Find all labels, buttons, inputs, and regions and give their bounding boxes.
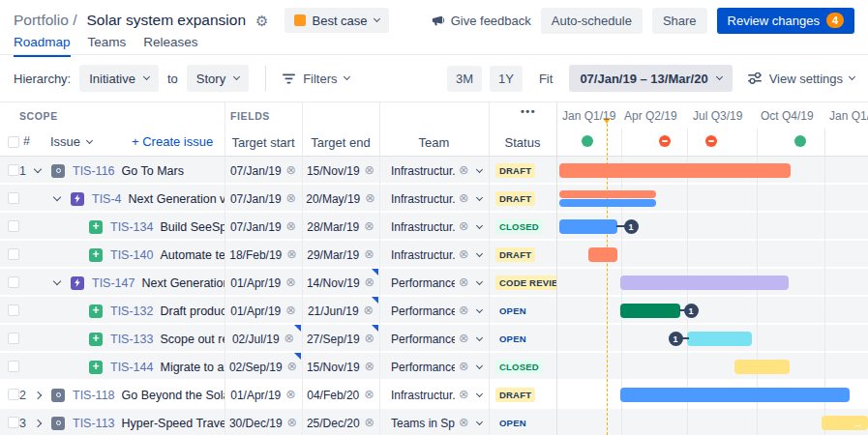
clear-icon[interactable]: ⊗ [459, 164, 468, 177]
hierarchy-from-dropdown[interactable]: Initiative [79, 65, 159, 92]
team-cell[interactable]: Infrastructur...⊗ [379, 241, 489, 269]
status-cell[interactable]: OPEN [489, 297, 556, 325]
more-icon[interactable]: ••• [521, 105, 536, 117]
target-start-cell[interactable]: 18/Feb/19⊗ [224, 241, 302, 269]
gantt-bar[interactable] [559, 219, 617, 234]
issue-scope-cell[interactable]: TIS-147Next Generation versi [0, 269, 224, 297]
team-cell[interactable]: Infrastructur...⊗ [379, 157, 489, 185]
issue-scope-cell[interactable]: 1TIS-116Go To Mars [0, 157, 224, 185]
issue-key[interactable]: TIS-134 [110, 220, 153, 234]
target-start-cell[interactable]: 07/Jan/19⊗ [224, 185, 302, 213]
target-start-cell[interactable]: 01/Apr/19⊗ [224, 381, 302, 409]
issue-scope-cell[interactable]: 2TIS-118Go Beyond the Solar Syst [0, 381, 224, 409]
clear-icon[interactable]: ⊗ [459, 304, 468, 317]
gantt-bar[interactable] [687, 332, 752, 346]
issue-key[interactable]: TIS-4 [92, 192, 122, 206]
clear-icon[interactable]: ⊗ [286, 164, 296, 177]
team-cell[interactable]: Performance...⊗ [379, 325, 489, 353]
row-checkbox[interactable] [8, 276, 19, 288]
target-start-cell[interactable]: 02/Sep/19⊗ [224, 353, 302, 381]
target-start-cell[interactable]: 30/Dec/19⊗ [224, 409, 302, 435]
clear-icon[interactable]: ⊗ [364, 220, 374, 233]
clear-icon[interactable]: ⊗ [459, 248, 468, 261]
issue-scope-cell[interactable]: +TIS-134Build SeeSpa... [0, 213, 224, 241]
gantt-bar[interactable] [559, 199, 656, 207]
clear-icon[interactable]: ⊗ [286, 220, 296, 233]
warning-count-badge[interactable]: 1 [684, 304, 699, 318]
column-header-team[interactable]: Team [379, 132, 489, 152]
target-start-cell[interactable]: 07/Jan/19⊗ [224, 213, 302, 241]
view-settings-dropdown[interactable]: View settings [748, 72, 854, 86]
team-cell[interactable]: Infrastructur...⊗ [379, 185, 489, 213]
select-all-checkbox[interactable] [8, 136, 19, 148]
target-start-cell[interactable]: 01/Apr/19⊗ [224, 269, 302, 297]
give-feedback-button[interactable]: Give feedback [431, 14, 531, 28]
target-end-cell[interactable]: 25/Dec/20⊗ [302, 409, 379, 435]
warning-count-badge[interactable]: 1 [669, 332, 683, 346]
issue-key[interactable]: TIS-140 [110, 248, 153, 262]
status-cell[interactable]: DRAFT [489, 381, 556, 409]
issue-key[interactable]: TIS-132 [110, 304, 153, 318]
target-end-cell[interactable]: 21/Jun/19⊗ [302, 297, 379, 325]
team-cell[interactable]: Infrastructur...⊗ [379, 381, 489, 409]
gantt-bar[interactable] [620, 388, 850, 402]
status-cell[interactable]: DRAFT [489, 185, 556, 213]
clear-icon[interactable]: ⊗ [364, 304, 374, 317]
row-checkbox[interactable] [8, 389, 19, 400]
clear-icon[interactable]: ⊗ [287, 417, 297, 429]
issue-key[interactable]: TIS-116 [73, 164, 115, 178]
target-end-cell[interactable]: 28/Mar/19⊗ [302, 213, 379, 241]
gantt-bar[interactable] [559, 163, 791, 178]
column-header-target-start[interactable]: Target start [224, 132, 302, 152]
issue-key[interactable]: TIS-113 [73, 417, 115, 430]
warning-count-badge[interactable]: 1 [624, 219, 639, 234]
team-cell[interactable]: Performance...⊗ [379, 297, 489, 325]
team-cell[interactable]: Teams in Sp...⊗ [379, 409, 489, 435]
expand-toggle[interactable] [35, 392, 51, 398]
target-end-cell[interactable]: 14/Nov/19⊗ [302, 269, 379, 297]
clear-icon[interactable]: ⊗ [459, 276, 468, 289]
target-end-cell[interactable]: 27/Sep/19⊗ [302, 325, 379, 353]
gantt-bar[interactable]: → [822, 416, 868, 430]
clear-icon[interactable]: ⊗ [285, 276, 295, 289]
issue-key[interactable]: TIS-118 [73, 389, 115, 402]
row-checkbox[interactable] [8, 361, 19, 372]
clear-icon[interactable]: ⊗ [285, 389, 295, 401]
expand-toggle[interactable] [35, 169, 51, 172]
status-cell[interactable]: DRAFT [489, 241, 556, 269]
team-cell[interactable]: Performance...⊗ [379, 353, 489, 381]
target-start-cell[interactable]: 01/Apr/19⊗ [224, 297, 302, 325]
status-cell[interactable]: OPEN [489, 325, 556, 353]
team-cell[interactable]: Performance...⊗ [379, 269, 489, 297]
zoom-3m-button[interactable]: 3M [447, 66, 482, 92]
status-cell[interactable]: CLOSED [489, 353, 556, 381]
clear-icon[interactable]: ⊗ [365, 164, 374, 177]
review-changes-button[interactable]: Review changes 4 [717, 8, 854, 34]
team-cell[interactable]: Infrastructur...⊗ [379, 213, 489, 241]
clear-icon[interactable]: ⊗ [459, 192, 468, 205]
column-header-target-end[interactable]: Target end [302, 132, 379, 152]
clear-icon[interactable]: ⊗ [365, 333, 374, 345]
row-checkbox[interactable] [8, 220, 19, 232]
target-end-cell[interactable]: 29/Mar/19⊗ [302, 241, 379, 269]
clear-icon[interactable]: ⊗ [284, 333, 294, 345]
clear-icon[interactable]: ⊗ [365, 417, 374, 429]
clear-icon[interactable]: ⊗ [286, 192, 296, 205]
clear-icon[interactable]: ⊗ [286, 248, 296, 261]
clear-icon[interactable]: ⊗ [365, 276, 374, 289]
issue-scope-cell[interactable]: 3TIS-113Hyper-Speed Travelling [0, 409, 224, 435]
auto-schedule-button[interactable]: Auto-schedule [541, 8, 643, 34]
gantt-bar[interactable] [620, 304, 680, 318]
scenario-dropdown[interactable]: Best case [284, 8, 389, 33]
gantt-bar[interactable] [559, 190, 656, 198]
status-cell[interactable]: CLOSED [489, 213, 556, 241]
clear-icon[interactable]: ⊗ [459, 417, 468, 429]
clear-icon[interactable]: ⊗ [285, 304, 295, 317]
row-checkbox[interactable] [8, 192, 19, 204]
issue-column-header[interactable]: Issue [50, 134, 92, 149]
status-cell[interactable]: CODE REVIEW [489, 269, 556, 297]
issue-key[interactable]: TIS-144 [110, 361, 153, 374]
issue-key[interactable]: TIS-133 [110, 333, 153, 346]
clear-icon[interactable]: ⊗ [364, 248, 374, 261]
create-issue-button[interactable]: + Create issue [132, 134, 213, 149]
